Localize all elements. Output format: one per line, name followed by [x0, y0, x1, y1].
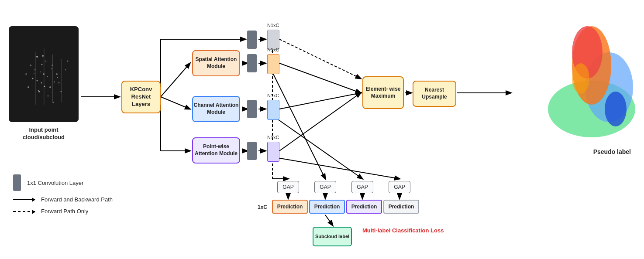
- svg-line-15: [279, 93, 361, 109]
- svg-point-43: [28, 86, 29, 88]
- diagram-container: Input point cloud/subcloud KPConv ResNet…: [0, 0, 644, 259]
- svg-rect-64: [61, 59, 62, 102]
- svg-line-3: [161, 63, 190, 97]
- prediction-box-3: Prediction: [346, 200, 382, 214]
- prediction-box-1: Prediction: [272, 200, 308, 214]
- svg-point-42: [65, 69, 66, 71]
- n1xc-label-top: N1xC: [267, 23, 279, 28]
- svg-point-47: [25, 73, 27, 75]
- svg-point-53: [37, 80, 38, 82]
- svg-line-14: [279, 63, 361, 93]
- svg-point-57: [57, 77, 58, 78]
- svg-line-24: [272, 157, 399, 179]
- legend-forward-only-arrow: [13, 211, 35, 212]
- n1xc-label-spatial: N1xC: [267, 47, 279, 52]
- svg-point-34: [41, 82, 42, 84]
- svg-point-40: [59, 82, 60, 84]
- svg-point-37: [56, 73, 58, 75]
- conv-bar-pointwise: [247, 142, 257, 160]
- legend-forward-only-text: Forward Path Only: [41, 208, 88, 215]
- svg-point-69: [605, 92, 627, 126]
- svg-point-56: [34, 73, 34, 74]
- pointwise-label: Point-wise Attention Module: [193, 143, 239, 157]
- pointwise-attention-box: Point-wise Attention Module: [192, 137, 240, 164]
- arrows-svg: [0, 0, 644, 259]
- input-label: Input point cloud/subcloud: [9, 126, 79, 141]
- svg-point-41: [30, 65, 31, 66]
- element-wise-box: Element- wise Maximum: [362, 76, 404, 109]
- prediction-box-4: Prediction: [383, 200, 419, 214]
- svg-point-38: [45, 61, 47, 62]
- gap-box-4: GAP: [389, 181, 410, 193]
- svg-line-4: [161, 97, 190, 109]
- pseudo-cloud-image: [548, 22, 635, 140]
- svg-line-22: [272, 72, 325, 179]
- svg-rect-62: [44, 48, 45, 105]
- channel-attention-box: Channel Attention Module: [192, 96, 240, 122]
- n1xc-label-pointwise: N1xC: [267, 135, 279, 140]
- upsample-box: Nearest Upsample: [413, 81, 456, 107]
- legend-conv-bar: [13, 174, 21, 191]
- svg-line-16: [279, 93, 361, 151]
- kpconv-label: KPConv ResNet Layers: [122, 86, 160, 108]
- conv-bar-spatial: [247, 54, 257, 72]
- gap-box-2: GAP: [314, 181, 336, 193]
- kpconv-box: KPConv ResNet Layers: [121, 81, 161, 113]
- subcloud-label-box: Subcloud label: [313, 227, 352, 246]
- svg-point-46: [48, 95, 49, 97]
- spatial-attention-box: Spatial Attention Module: [192, 50, 240, 76]
- subcloud-label: Subcloud label: [315, 233, 349, 239]
- pseudo-label-text: Pseudo label: [593, 148, 631, 155]
- multilabel-text: Multi-label Classification Loss: [362, 227, 444, 235]
- legend-conv-text: 1x1 Convolution Layer: [27, 180, 83, 186]
- input-point-cloud: [9, 26, 79, 122]
- svg-rect-61: [35, 52, 36, 105]
- svg-point-59: [54, 82, 55, 82]
- feature-rect-pointwise: [267, 142, 279, 162]
- gap-box-3: GAP: [351, 181, 373, 193]
- legend-forward-backward-item: Forward and Backward Path: [13, 196, 113, 203]
- element-label: Element- wise Maximum: [363, 86, 403, 99]
- svg-point-49: [42, 55, 44, 57]
- legend-forward-backward-text: Forward and Backward Path: [41, 196, 113, 203]
- upsample-label: Nearest Upsample: [413, 87, 455, 100]
- svg-line-23: [272, 116, 362, 179]
- svg-point-48: [67, 61, 69, 62]
- svg-rect-63: [52, 55, 53, 102]
- legend: 1x1 Convolution Layer Forward and Backwa…: [13, 174, 113, 220]
- onexc-label: 1xC: [258, 204, 267, 210]
- svg-point-54: [51, 68, 52, 69]
- svg-point-52: [47, 76, 48, 77]
- prediction-box-2: Prediction: [309, 200, 345, 214]
- conv-bar-channel: [247, 100, 257, 118]
- n1xc-label-channel: N1xC: [267, 93, 279, 98]
- legend-forward-backward-arrow: [13, 199, 35, 200]
- svg-point-45: [36, 56, 38, 58]
- channel-label: Channel Attention Module: [193, 102, 239, 116]
- svg-point-36: [32, 78, 34, 79]
- svg-point-70: [572, 63, 589, 94]
- feature-rect-spatial: [267, 54, 279, 74]
- spatial-label: Spatial Attention Module: [193, 56, 239, 70]
- legend-forward-only-item: Forward Path Only: [13, 208, 113, 215]
- svg-point-58: [41, 64, 43, 65]
- conv-bar-top: [247, 31, 257, 49]
- legend-conv-item: 1x1 Convolution Layer: [13, 174, 113, 191]
- svg-line-17: [279, 39, 361, 78]
- svg-line-29: [325, 215, 333, 225]
- gap-box-1: GAP: [277, 181, 299, 193]
- svg-point-60: [38, 90, 39, 92]
- svg-point-35: [49, 86, 51, 88]
- svg-point-51: [40, 72, 41, 72]
- feature-rect-channel: [267, 100, 279, 120]
